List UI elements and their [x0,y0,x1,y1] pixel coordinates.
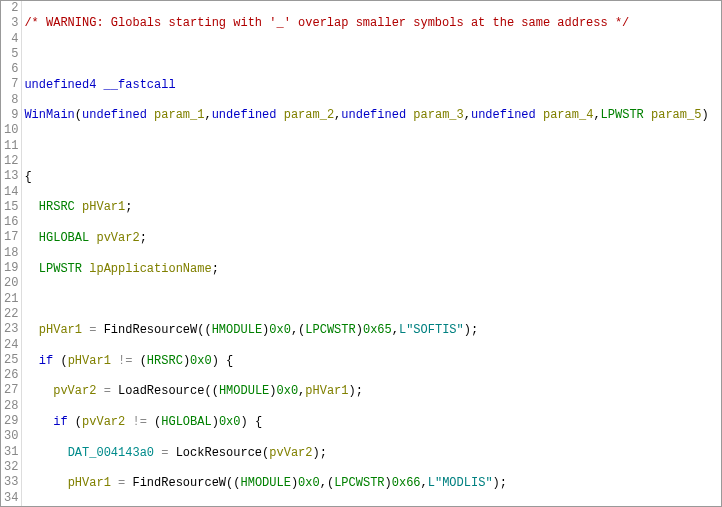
line-number: 30 [4,429,18,444]
line-number: 10 [4,123,18,138]
line-number: 14 [4,185,18,200]
keyword: undefined4 __fastcall [24,78,175,92]
code-line: HGLOBAL pvVar2; [24,231,708,246]
line-number: 23 [4,322,18,337]
line-number: 18 [4,246,18,261]
line-number: 28 [4,399,18,414]
line-number: 27 [4,383,18,398]
line-number: 5 [4,47,18,62]
code-line: HRSRC pHVar1; [24,200,708,215]
code-line [24,139,708,154]
line-number: 3 [4,16,18,31]
line-number-gutter: 2 3 4 5 6 7 8 9 10 11 12 13 14 15 16 17 … [1,1,22,506]
line-number: 22 [4,307,18,322]
code-line: { [24,170,708,185]
line-number: 11 [4,139,18,154]
line-number: 4 [4,32,18,47]
line-number: 6 [4,62,18,77]
line-number: 33 [4,475,18,490]
code-line [24,292,708,307]
line-number: 32 [4,460,18,475]
comment: /* WARNING: Globals starting with '_' ov… [24,16,629,30]
code-line [24,47,708,62]
line-number: 7 [4,77,18,92]
code-line: if (pvVar2 != (HGLOBAL)0x0) { [24,415,708,430]
code-line: if (pHVar1 != (HRSRC)0x0) { [24,354,708,369]
code-line: LPWSTR lpApplicationName; [24,262,708,277]
line-number: 34 [4,491,18,506]
line-number: 15 [4,200,18,215]
line-number: 20 [4,276,18,291]
line-number: 25 [4,353,18,368]
code-line: pvVar2 = LoadResource((HMODULE)0x0,pHVar… [24,384,708,399]
line-number: 9 [4,108,18,123]
line-number: 13 [4,169,18,184]
line-number: 2 [4,1,18,16]
line-number: 24 [4,338,18,353]
line-number: 8 [4,93,18,108]
code-line: WinMain(undefined param_1,undefined para… [24,108,708,123]
function-name: WinMain [24,108,74,122]
line-number: 19 [4,261,18,276]
line-number: 21 [4,292,18,307]
code-line: pHVar1 = FindResourceW((HMODULE)0x0,(LPC… [24,476,708,491]
code-content[interactable]: /* WARNING: Globals starting with '_' ov… [22,1,708,506]
code-line: /* WARNING: Globals starting with '_' ov… [24,16,708,31]
line-number: 31 [4,445,18,460]
line-number: 26 [4,368,18,383]
code-line: undefined4 __fastcall [24,78,708,93]
line-number: 12 [4,154,18,169]
line-number: 16 [4,215,18,230]
code-viewer: 2 3 4 5 6 7 8 9 10 11 12 13 14 15 16 17 … [0,0,722,507]
line-number: 17 [4,230,18,245]
code-line: DAT_004143a0 = LockResource(pvVar2); [24,446,708,461]
code-line: pHVar1 = FindResourceW((HMODULE)0x0,(LPC… [24,323,708,338]
line-number: 29 [4,414,18,429]
